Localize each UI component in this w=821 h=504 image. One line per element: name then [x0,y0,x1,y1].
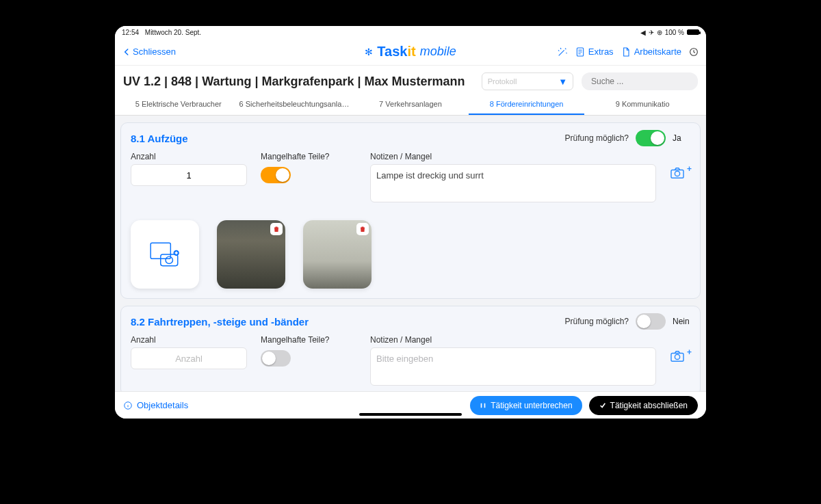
status-bar: 12:54 Mittwoch 20. Sept. ◀ ✈ ⊕ 100 % [115,26,706,38]
mangel-toggle[interactable] [261,167,291,183]
back-label: Schliessen [133,47,176,57]
plus-icon: + [687,347,692,357]
finish-button[interactable]: Tätigkeit abschließen [589,396,698,415]
breadcrumb-row: UV 1.2 | 848 | Wartung | Markgrafenpark … [115,66,706,94]
info-icon [123,401,133,410]
home-indicator[interactable] [359,413,462,416]
pause-button[interactable]: Tätigkeit unterbrechen [470,396,582,415]
tabs: 5 Elektrische Verbraucher 6 Sicherheitsb… [115,94,706,116]
clock-button[interactable] [688,47,699,57]
plane-icon: ✈ [649,29,654,36]
search-field[interactable] [582,72,698,90]
tab-7[interactable]: 7 Verkehrsanlagen [352,94,469,115]
svg-point-4 [675,171,679,176]
pruefung-toggle[interactable] [636,130,666,146]
notizen-label: Notizen / Mangel [370,335,690,345]
anzahl-label: Anzahl [131,335,247,345]
pruefung-label: Prüfung möglich? [565,317,629,326]
trash-icon [272,225,281,233]
check-icon [599,402,606,409]
battery-icon [687,29,699,35]
mangel-toggle[interactable] [261,350,291,367]
clock-alt-icon: ⊕ [657,29,662,36]
content-scroll[interactable]: 8.1 Aufzüge Prüfung möglich? Ja Anzahl M… [115,116,706,391]
extras-button[interactable]: Extras [575,47,614,57]
photo-gallery [131,220,690,289]
breadcrumb: UV 1.2 | 848 | Wartung | Markgrafenpark … [123,75,465,89]
caret-down-icon: ▼ [558,77,567,87]
section-title: 8.1 Aufzüge [131,133,188,144]
status-date: Mittwoch 20. Sept. [145,29,201,36]
delete-photo-button[interactable] [270,223,283,235]
notes-input[interactable] [370,347,656,386]
app-logo: ✻ Taskit mobile [365,44,456,59]
section-title: 8.2 Fahrtreppen, -steige und -bänder [131,316,309,328]
location-icon: ◀ [640,29,646,36]
pruefung-state: Ja [673,133,690,143]
section-8-2: 8.2 Fahrtreppen, -steige und -bänder Prü… [120,306,701,391]
objektdetails-button[interactable]: Objektdetails [123,400,188,410]
protokoll-select[interactable]: Protokoll ▼ [482,72,573,90]
photo-thumbnail-2[interactable] [303,220,372,289]
pruefung-toggle[interactable] [636,313,666,330]
trash-icon [359,225,367,233]
notes-input[interactable] [370,164,656,202]
plus-icon: + [687,164,692,174]
anzahl-stepper: − + [131,164,247,186]
add-gallery-photo[interactable] [131,220,199,289]
tab-6[interactable]: 6 Sicherheitsbeleuchtungsanlagen [237,94,353,115]
app-navbar: Schliessen ✻ Taskit mobile Extras Arbeit… [115,38,706,66]
arbeitskarte-button[interactable]: Arbeitskarte [621,47,681,57]
pruefung-label: Prüfung möglich? [565,133,629,143]
magic-wand-button[interactable] [557,47,568,57]
add-photo-button[interactable]: + [670,167,690,182]
anzahl-label: Anzahl [131,152,247,161]
mangelhafte-label: Mangelhafte Teile? [261,152,356,161]
logo-mark-icon: ✻ [365,47,373,57]
notizen-label: Notizen / Mangel [370,152,690,161]
photo-thumbnail-1[interactable] [217,220,285,289]
anzahl-input[interactable] [131,170,246,181]
anzahl-stepper: − + [131,347,247,369]
mangelhafte-label: Mangelhafte Teile? [261,335,356,345]
section-8-1: 8.1 Aufzüge Prüfung möglich? Ja Anzahl M… [120,122,701,299]
delete-photo-button[interactable] [356,223,369,235]
tab-8[interactable]: 8 Fördereinrichtungen [469,94,585,115]
anzahl-minus[interactable]: − [246,348,247,369]
tab-9[interactable]: 9 Kommunikatio [584,94,701,115]
search-input[interactable] [591,77,694,86]
status-time: 12:54 [122,29,139,36]
back-button[interactable]: Schliessen [122,47,176,57]
add-photo-button[interactable]: + [670,350,690,365]
battery-pct: 100 % [665,29,684,36]
anzahl-minus[interactable]: − [246,165,247,185]
svg-point-6 [166,256,172,263]
pruefung-state: Nein [673,317,690,326]
pause-icon [480,402,486,409]
tab-5[interactable]: 5 Elektrische Verbraucher [120,94,237,115]
svg-point-9 [675,354,679,359]
anzahl-input[interactable] [131,354,246,364]
